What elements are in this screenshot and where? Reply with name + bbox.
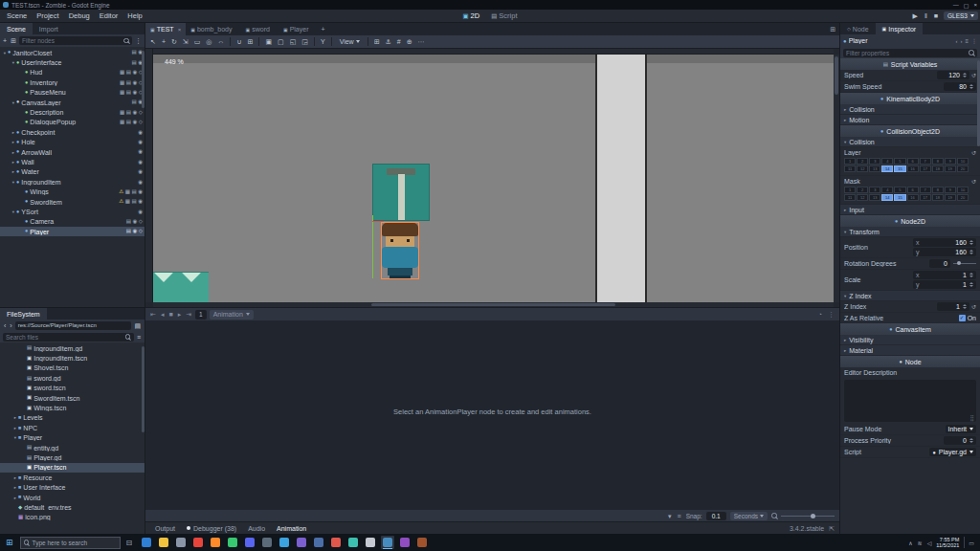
file-row[interactable]: ▸ ■ User Interface (0, 482, 145, 492)
animation-time-field[interactable]: 1 (195, 310, 207, 320)
script-icon[interactable]: ▤ (126, 90, 131, 96)
spinner[interactable] (969, 282, 973, 287)
visibility-icon[interactable]: ◉ (132, 110, 137, 116)
visibility-icon[interactable]: ◉ (132, 70, 137, 76)
nav-back-icon[interactable]: ‹ (3, 322, 7, 329)
collision-bit-20[interactable]: 20 (957, 165, 969, 172)
signal-icon[interactable]: ◇ (139, 120, 143, 125)
add-node-button[interactable]: + (2, 37, 8, 44)
scene-tab[interactable]: ▣ Player (278, 23, 318, 35)
group-z-index[interactable]: ▾ Z Index (840, 291, 980, 301)
category-canvasitem[interactable]: ● CanvasItem (840, 323, 980, 335)
2d-viewport[interactable]: 449 % (145, 49, 839, 307)
script-icon[interactable]: ▤ (131, 60, 136, 66)
scene-tree-row[interactable]: ● Camera ▤◉◇ (0, 217, 145, 227)
collision-bit-9[interactable]: 9 (945, 158, 956, 165)
canvas[interactable]: 449 % (153, 55, 834, 302)
scene-tree-row[interactable]: ▾ ● YSort ◉ (0, 207, 145, 216)
more-icon[interactable]: ⋯ (417, 38, 426, 45)
warning-icon[interactable]: ⚠ (119, 199, 123, 205)
collision-bit-15[interactable]: 15 (894, 194, 905, 201)
collision-bit-11[interactable]: 11 (844, 194, 856, 201)
taskbar-app-17[interactable] (415, 536, 429, 549)
collision-bit-2[interactable]: 2 (857, 158, 868, 165)
file-row[interactable]: ▤ sword.gd (0, 373, 145, 383)
scene-tree-row[interactable]: ▾ ● IngroundItem ◉ (0, 177, 145, 187)
scene-tree-row[interactable]: ● PauseMenu ▦▤◉◇ (0, 88, 145, 98)
collision-bit-6[interactable]: 6 (907, 187, 919, 193)
grid-snap-icon[interactable]: ⊞ (247, 38, 255, 45)
filesystem-scrollbar[interactable] (142, 346, 145, 432)
file-row[interactable]: ▸ ■ Levels (0, 413, 145, 423)
spinner[interactable] (969, 250, 973, 254)
collision-bit-8[interactable]: 8 (932, 158, 944, 165)
anchor-icon[interactable]: ⚓ (385, 38, 392, 45)
script-icon[interactable]: ▤ (126, 80, 131, 86)
tray-expand-icon[interactable]: ∧ (908, 540, 912, 546)
visibility-icon[interactable]: ◉ (138, 199, 143, 205)
collision-bit-10[interactable]: 10 (957, 187, 969, 193)
checkbox-checked-icon[interactable]: ✓ (959, 315, 966, 321)
signal-icon[interactable]: ◇ (139, 229, 143, 234)
scene-tree-row[interactable]: ▾ ● UserInterface ▤◉ (0, 57, 145, 67)
plunger-sprite[interactable] (373, 165, 429, 220)
history-back-icon[interactable]: ‹ (955, 38, 957, 44)
inspector-dock-tab[interactable]: ◇ Node (840, 23, 876, 34)
panel-menu-icon[interactable]: ⋮ (827, 311, 835, 318)
file-row[interactable]: ▸ ■ World (0, 493, 145, 502)
visibility-icon[interactable]: ◉ (138, 169, 143, 175)
history-list-icon[interactable]: ≡ (965, 38, 969, 44)
category-kinematicbody2d[interactable]: ● KinematicBody2D (840, 93, 980, 104)
task-view-icon[interactable]: ⊟ (124, 539, 135, 547)
pan-tool-icon[interactable]: ⇔ (216, 38, 225, 45)
collision-bit-3[interactable]: 3 (869, 187, 880, 193)
scene-tree-row[interactable]: ▸ ● Water ◉ (0, 167, 145, 177)
scene-tree-menu-icon[interactable]: ⋮ (134, 37, 143, 44)
taskbar-app-7[interactable] (243, 536, 256, 549)
script-icon[interactable]: ▤ (131, 99, 136, 105)
bottom-tab[interactable]: Audio (242, 525, 271, 532)
scene-tree-row[interactable]: ▸ ● Wall ◉ (0, 157, 145, 166)
open-scene-icon[interactable]: ▦ (120, 70, 124, 76)
collision-bit-14[interactable]: 14 (881, 194, 893, 201)
expand-panel-icon[interactable]: ⇱ (828, 525, 835, 532)
scene-tree-row[interactable]: ▾ ● CanvasLayer ▤◉ (0, 98, 145, 107)
skip-to-end-button[interactable]: ⇥ (185, 311, 192, 318)
taskbar-app-5[interactable] (209, 536, 222, 549)
script-icon[interactable]: ▤ (126, 70, 131, 76)
group-collision-2[interactable]: ▾ Collision (840, 137, 980, 147)
notification-center-icon[interactable]: ▭ (964, 537, 974, 548)
editor-description-field[interactable]: ⣿ (844, 380, 976, 422)
scene-tab[interactable]: ▣ TEST × (145, 23, 186, 35)
breadcrumb[interactable]: res://Source/Player/Player.tscn (15, 321, 132, 330)
grid-icon[interactable]: ⊞ (373, 38, 381, 45)
scale-tool-icon[interactable]: ⇲ (182, 38, 189, 45)
open-scene-icon[interactable]: ▦ (125, 189, 130, 195)
revert-icon[interactable]: ↺ (971, 72, 976, 78)
collision-bit-19[interactable]: 19 (945, 165, 956, 172)
timeline-zoom-slider[interactable] (781, 516, 835, 517)
minimize-button[interactable]: — (953, 2, 959, 9)
play-button[interactable]: ▶ (912, 12, 919, 19)
taskbar-app-3[interactable] (174, 536, 188, 549)
category-collisionobject2d[interactable]: ● CollisionObject2D (840, 125, 980, 137)
visibility-icon[interactable]: ◉ (132, 120, 137, 125)
lock-icon[interactable]: ▣ (264, 38, 273, 45)
center-view-icon[interactable]: ⊕ (406, 38, 413, 45)
collision-bit-6[interactable]: 6 (907, 158, 919, 165)
collision-bit-16[interactable]: 16 (907, 194, 919, 201)
open-scene-icon[interactable]: ▦ (120, 80, 124, 86)
script-dropdown[interactable]: ● Player.gd (929, 448, 976, 456)
smart-snap-icon[interactable]: ∪ (235, 38, 242, 45)
zoom-level[interactable]: 449 % (165, 58, 184, 65)
move-tool-icon[interactable]: + (161, 38, 167, 45)
collision-bit-9[interactable]: 9 (945, 187, 956, 193)
taskbar-app-6[interactable] (226, 536, 239, 549)
inspector-dock-tab[interactable]: ▣ Inspector (876, 23, 924, 34)
script-icon[interactable]: ▤ (126, 110, 131, 116)
scale-y-field[interactable]: y 1 (913, 280, 976, 289)
collision-bit-12[interactable]: 12 (857, 194, 868, 201)
pause-button[interactable]: ‖ (924, 12, 928, 19)
revert-icon[interactable]: ↺ (971, 149, 976, 156)
category-node[interactable]: ● Node (840, 356, 980, 367)
